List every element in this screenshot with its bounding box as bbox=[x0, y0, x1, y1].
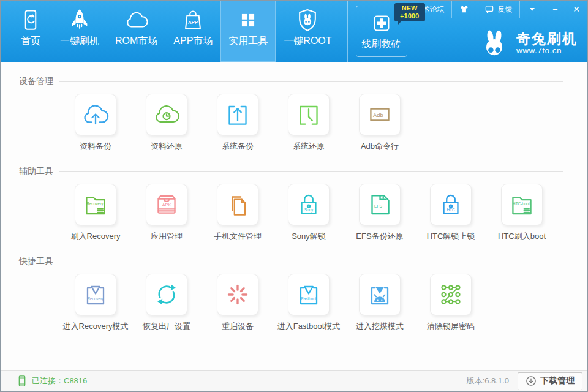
tool-label: Adb命令行 bbox=[361, 141, 399, 152]
section: 辅助工具 Recovery 刷入Recovery APK 应用管理 手机文件管理… bbox=[1, 152, 587, 242]
tool-data-backup[interactable]: 资料备份 bbox=[75, 94, 116, 152]
tool-label: 进入挖煤模式 bbox=[356, 321, 404, 332]
section-divider-line bbox=[59, 81, 563, 82]
tool-factory-reset[interactable]: 恢复出厂设置 bbox=[146, 274, 187, 332]
tab-label: ROM市场 bbox=[115, 35, 157, 48]
new-badge: NEW+1000 bbox=[394, 3, 425, 21]
header: 首页 一键刷机 ROM市场 APP APP市场 实用工具 一键ROOT 线刷救砖… bbox=[1, 1, 587, 62]
section: 设备管理 资料备份 资料还原 系统备份 系统还原Adb_ Adb命令行 bbox=[1, 62, 587, 152]
nav-divider bbox=[347, 1, 348, 62]
tool-label: 手机文件管理 bbox=[214, 231, 262, 242]
system-backup-icon bbox=[222, 99, 253, 130]
tab-utilities[interactable]: 实用工具 bbox=[221, 1, 276, 62]
tab-label: APP市场 bbox=[173, 35, 213, 48]
enter-fastboot-mode-icon: Fastboot bbox=[293, 279, 324, 310]
tool-card bbox=[217, 184, 258, 225]
minimize-button[interactable]: – bbox=[545, 1, 565, 18]
svg-text:HTC: HTC bbox=[447, 208, 455, 212]
feedback-button[interactable]: 反馈 bbox=[477, 1, 519, 18]
tool-flash-recovery[interactable]: Recovery 刷入Recovery bbox=[75, 184, 116, 242]
close-icon: ✕ bbox=[573, 5, 580, 13]
tool-enter-recovery-mode[interactable]: Recovery 进入Recovery模式 bbox=[75, 274, 116, 332]
tool-enter-fastboot-mode[interactable]: Fastboot 进入Fastboot模式 bbox=[288, 274, 330, 332]
tool-card bbox=[146, 94, 187, 135]
tool-htc-unlock-relock[interactable]: HTC HTC解锁上锁 bbox=[430, 184, 472, 242]
close-button[interactable]: ✕ bbox=[565, 1, 587, 18]
tool-phone-file-manager[interactable]: 手机文件管理 bbox=[217, 184, 258, 242]
tab-app-market[interactable]: APP APP市场 bbox=[165, 1, 221, 62]
tool-label: 系统还原 bbox=[293, 141, 325, 152]
download-manager-button[interactable]: 下载管理 bbox=[518, 372, 582, 390]
download-icon bbox=[526, 375, 537, 386]
dropdown-icon bbox=[527, 4, 537, 14]
tab-label: 一键刷机 bbox=[60, 35, 99, 48]
tool-reboot-device[interactable]: 重启设备 bbox=[217, 274, 258, 332]
tool-efs-backup-restore[interactable]: EFS EFS备份还原 bbox=[359, 184, 401, 242]
tool-label: 资料备份 bbox=[80, 141, 111, 152]
tab-rom-market[interactable]: ROM市场 bbox=[107, 1, 165, 62]
tool-card bbox=[430, 274, 472, 315]
htc-flash-boot-icon: HTC-boot bbox=[507, 189, 537, 220]
svg-text:Recovery: Recovery bbox=[87, 296, 104, 301]
svg-text:EFS: EFS bbox=[374, 204, 383, 208]
utilities-icon-wrap bbox=[235, 6, 262, 34]
rabbit-logo-icon bbox=[477, 29, 511, 58]
enter-recovery-mode-icon: Recovery bbox=[80, 279, 111, 310]
section: 快捷工具 Recovery 进入Recovery模式 恢复出厂设置 重启设备 F… bbox=[1, 242, 587, 332]
rocket-icon bbox=[66, 7, 93, 34]
top-toolbar: 技术论坛 反馈 bbox=[407, 1, 587, 18]
dropdown-button[interactable] bbox=[520, 1, 545, 18]
svg-text:Sony: Sony bbox=[304, 208, 314, 213]
tool-enter-download-mode[interactable]: 进入挖煤模式 bbox=[359, 274, 401, 332]
brand-site: www.7to.cn bbox=[516, 47, 578, 56]
tab-one-key-root[interactable]: 一键ROOT bbox=[276, 1, 339, 62]
tool-label: 系统备份 bbox=[222, 141, 254, 152]
enter-download-mode-icon bbox=[364, 279, 395, 310]
tab-wire-flash-rescue[interactable]: 线刷救砖NEW+1000 bbox=[356, 6, 407, 57]
app-logo: 奇兔刷机 www.7to.cn bbox=[477, 29, 578, 58]
section-header: 设备管理 bbox=[1, 75, 587, 88]
flash-recovery-icon: Recovery bbox=[80, 189, 111, 220]
skin-button[interactable] bbox=[452, 1, 477, 18]
tool-sony-unlock[interactable]: Sony Sony解锁 bbox=[288, 184, 330, 242]
tool-label: 刷入Recovery bbox=[71, 231, 121, 242]
tool-card bbox=[75, 94, 116, 135]
tool-card: HTC bbox=[430, 184, 472, 225]
tab-one-key-flash[interactable]: 一键刷机 bbox=[52, 1, 107, 62]
tool-label: 进入Fastboot模式 bbox=[277, 321, 341, 332]
tool-system-backup[interactable]: 系统备份 bbox=[217, 94, 258, 152]
tool-label: HTC刷入boot bbox=[498, 231, 546, 242]
home-icon bbox=[17, 7, 44, 34]
tool-card bbox=[217, 274, 258, 315]
utilities-panel: 设备管理 资料备份 资料还原 系统备份 系统还原Adb_ Adb命令行 辅助工具… bbox=[1, 62, 587, 370]
app-manager-icon: APK bbox=[151, 189, 182, 220]
tool-row: Recovery 刷入Recovery APK 应用管理 手机文件管理 Sony… bbox=[1, 184, 587, 242]
tool-clear-lockscreen-password[interactable]: 清除锁屏密码 bbox=[430, 274, 472, 332]
app-market-icon-wrap: APP bbox=[179, 6, 206, 34]
tool-app-manager[interactable]: APK 应用管理 bbox=[146, 184, 187, 242]
svg-text:HTC-boot: HTC-boot bbox=[513, 202, 530, 206]
tool-label: 重启设备 bbox=[222, 321, 254, 332]
tool-htc-flash-boot[interactable]: HTC-boot HTC刷入boot bbox=[501, 184, 543, 242]
tool-row: Recovery 进入Recovery模式 恢复出厂设置 重启设备 Fastbo… bbox=[1, 274, 587, 332]
phone-file-manager-icon bbox=[222, 189, 253, 220]
tool-adb-command-line[interactable]: Adb_ Adb命令行 bbox=[359, 94, 401, 152]
tool-card: EFS bbox=[359, 184, 401, 225]
tool-label: 资料还原 bbox=[151, 141, 183, 152]
system-restore-icon bbox=[293, 99, 324, 130]
svg-text:APP: APP bbox=[188, 20, 198, 25]
tool-label: 应用管理 bbox=[151, 231, 183, 242]
minimize-icon: – bbox=[552, 5, 557, 13]
status-bar: 已连接：C8816 版本:6.8.1.0 下载管理 bbox=[1, 370, 587, 391]
tool-data-restore[interactable]: 资料还原 bbox=[146, 94, 187, 152]
app-window: 首页 一键刷机 ROM市场 APP APP市场 实用工具 一键ROOT 线刷救砖… bbox=[0, 0, 588, 392]
tool-system-restore[interactable]: 系统还原 bbox=[288, 94, 330, 152]
section-title: 快捷工具 bbox=[19, 256, 53, 267]
rom-market-icon-wrap bbox=[123, 6, 150, 34]
tool-label: 恢复出厂设置 bbox=[143, 321, 190, 332]
svg-text:APK: APK bbox=[162, 202, 172, 208]
tab-label: 实用工具 bbox=[228, 35, 268, 48]
clear-lockscreen-password-icon bbox=[435, 279, 466, 310]
tool-card: Recovery bbox=[75, 184, 116, 225]
tab-home[interactable]: 首页 bbox=[9, 1, 52, 62]
